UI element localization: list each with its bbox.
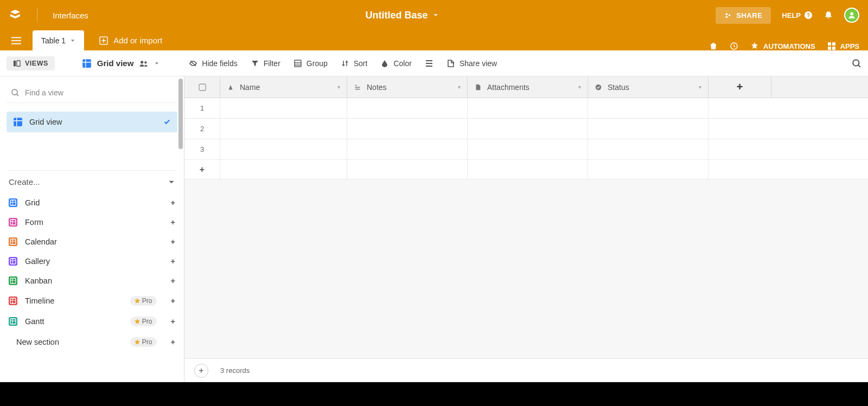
create-view-grid[interactable]: Grid+ [7, 193, 177, 212]
plus-icon[interactable]: + [171, 257, 175, 266]
column-header-name[interactable]: Name ▾ [220, 76, 347, 98]
chevron-down-icon[interactable]: ▾ [337, 84, 340, 90]
plus-icon[interactable]: + [171, 276, 175, 285]
svg-rect-7 [11, 43, 21, 44]
chevron-down-icon[interactable] [432, 12, 439, 18]
plus-icon[interactable]: + [171, 297, 175, 305]
divider [37, 8, 37, 23]
create-view-form[interactable]: Form+ [7, 212, 177, 232]
plus-icon[interactable]: + [171, 237, 175, 246]
user-avatar[interactable] [844, 8, 859, 23]
plus-icon[interactable]: + [171, 218, 175, 227]
share-view-button[interactable]: Share view [446, 59, 497, 68]
svg-rect-27 [10, 220, 16, 225]
filter-button[interactable]: Filter [251, 59, 280, 68]
create-item-label: New section [16, 338, 59, 346]
create-view-gantt[interactable]: GanttPro+ [7, 311, 177, 332]
chevron-down-icon[interactable] [154, 61, 159, 66]
pro-badge: Pro [130, 296, 157, 306]
check-icon [163, 118, 171, 126]
hide-fields-button[interactable]: Hide fields [189, 59, 237, 68]
cell[interactable] [588, 119, 709, 139]
create-item-label: Grid [25, 198, 40, 207]
svg-rect-10 [828, 42, 831, 46]
scrollbar-thumb[interactable] [178, 79, 183, 149]
table-tab[interactable]: Table 1 [33, 30, 84, 50]
chevron-down-icon[interactable]: ▾ [458, 84, 461, 90]
apps-button[interactable]: APPS [827, 42, 859, 50]
table-row[interactable]: 3 [184, 139, 868, 160]
plus-icon[interactable]: + [171, 317, 175, 326]
column-header-status[interactable]: Status ▾ [588, 76, 709, 98]
cell[interactable] [220, 139, 347, 159]
create-view-new-section[interactable]: New sectionPro+ [0, 332, 177, 352]
table-row[interactable]: 1 [184, 98, 868, 119]
timeline-icon [9, 297, 17, 305]
cell[interactable] [468, 119, 588, 139]
history-icon[interactable] [730, 42, 738, 50]
cell[interactable] [588, 139, 709, 159]
create-view-kanban[interactable]: Kanban+ [7, 271, 177, 291]
search-icon[interactable] [852, 59, 861, 68]
svg-rect-19 [295, 60, 301, 67]
create-view-timeline[interactable]: TimelinePro+ [7, 291, 177, 311]
cell[interactable] [468, 98, 588, 118]
current-view-name[interactable]: Grid view [68, 59, 160, 68]
interfaces-link[interactable]: Interfaces [53, 11, 88, 20]
column-header-attachments[interactable]: Attachments ▾ [468, 76, 588, 98]
gantt-icon [9, 317, 17, 326]
create-view-gallery[interactable]: Gallery+ [7, 252, 177, 271]
table-row[interactable]: 2 [184, 119, 868, 139]
color-button[interactable]: Color [380, 59, 411, 68]
cell[interactable] [468, 139, 588, 159]
row-number: 2 [184, 119, 220, 139]
help-button[interactable]: HELP ? [782, 11, 813, 20]
svg-rect-29 [10, 259, 16, 264]
cell[interactable] [220, 98, 347, 118]
svg-rect-25 [14, 118, 22, 126]
base-title[interactable]: Untitled Base [366, 10, 428, 21]
app-logo-icon[interactable] [9, 9, 22, 22]
group-button[interactable]: Group [293, 59, 328, 68]
svg-rect-13 [832, 47, 835, 50]
automations-button[interactable]: AUTOMATIONS [750, 42, 815, 50]
chevron-down-icon[interactable]: ▾ [578, 84, 581, 90]
cell[interactable] [347, 119, 468, 139]
bell-icon[interactable] [824, 10, 833, 20]
share-button[interactable]: SHARE [716, 7, 771, 24]
svg-rect-28 [10, 239, 16, 244]
menu-icon[interactable] [9, 33, 24, 48]
column-header-notes[interactable]: Notes ▾ [347, 76, 468, 98]
plus-icon[interactable]: + [171, 338, 175, 346]
record-count: 3 records [220, 366, 250, 375]
svg-rect-32 [10, 319, 16, 324]
add-row-button[interactable]: + [194, 364, 208, 378]
create-item-label: Calendar [25, 237, 57, 246]
find-view-input[interactable]: Find a view [7, 83, 177, 103]
svg-rect-26 [10, 200, 16, 205]
svg-rect-16 [82, 59, 91, 68]
cell[interactable] [347, 98, 468, 118]
add-field-button[interactable]: + [709, 76, 771, 98]
add-row-inline[interactable]: + [184, 160, 868, 179]
svg-rect-14 [14, 60, 16, 66]
create-view-calendar[interactable]: Calendar+ [7, 232, 177, 252]
row-height-button[interactable] [425, 59, 433, 68]
cell[interactable] [347, 139, 468, 159]
form-icon [9, 218, 17, 227]
svg-rect-31 [10, 298, 16, 304]
create-section-header[interactable]: Create... [7, 170, 177, 193]
add-or-import-button[interactable]: Add or import [93, 36, 169, 45]
sort-button[interactable]: Sort [341, 59, 368, 68]
views-toggle[interactable]: VIEWS [7, 56, 55, 70]
trash-icon[interactable] [709, 42, 718, 50]
create-item-label: Kanban [25, 276, 52, 285]
cell[interactable] [588, 98, 709, 118]
svg-rect-22 [426, 66, 432, 67]
cell[interactable] [220, 119, 347, 139]
plus-icon[interactable]: + [171, 198, 175, 207]
select-all-checkbox[interactable] [184, 76, 220, 98]
sidebar-view-grid[interactable]: Grid view [7, 112, 177, 132]
chevron-down-icon[interactable]: ▾ [699, 84, 701, 90]
gallery-icon [9, 257, 17, 266]
